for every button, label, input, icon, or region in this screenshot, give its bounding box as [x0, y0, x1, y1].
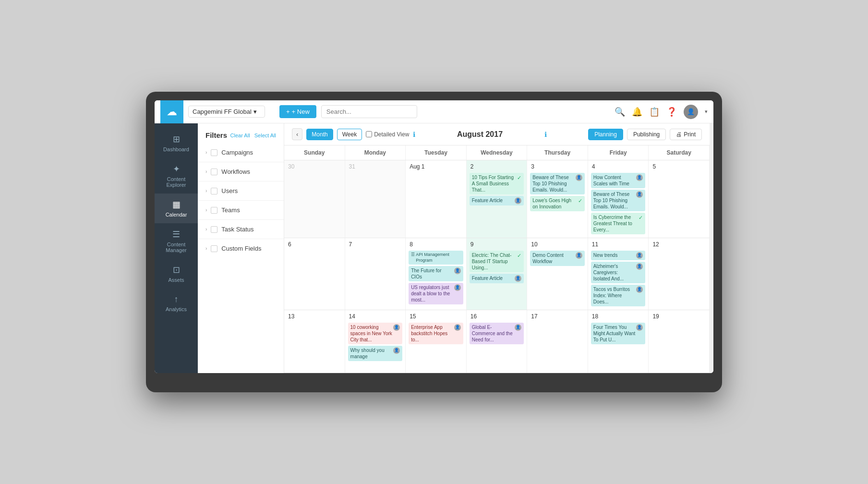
clipboard-icon[interactable]: 📋 — [649, 107, 660, 117]
cal-cell-6[interactable]: 6 — [284, 238, 345, 310]
event-tips-small-biz[interactable]: 10 Tips For Starting A Small Business Th… — [470, 173, 524, 194]
event-phishing-3[interactable]: Beware of These Top 10 Phishing Emails. … — [530, 173, 585, 194]
day-header-fri: Friday — [588, 145, 649, 160]
avatar-icon: 👤 — [636, 252, 643, 259]
cal-cell-19[interactable]: 19 — [649, 310, 710, 373]
scrollbar[interactable] — [710, 123, 713, 373]
org-selector[interactable]: Capgemini FF Global ▾ — [188, 106, 265, 118]
cal-cell-31[interactable]: 31 — [345, 160, 406, 238]
event-content-scales[interactable]: How Content Scales with Time 👤 — [591, 173, 646, 188]
cal-cell-5[interactable]: 5 — [649, 160, 710, 238]
sidebar-item-content-explorer[interactable]: ✦ Content Explorer — [155, 158, 198, 194]
calendar-icon: ▦ — [172, 199, 181, 210]
date-7: 7 — [348, 240, 403, 249]
cal-cell-16[interactable]: 16 Global E-Commerce and the Need for...… — [467, 310, 528, 373]
chevron-right-icon: › — [205, 246, 207, 251]
filter-teams[interactable]: › Teams — [198, 203, 284, 218]
event-why-manage[interactable]: Why should you manage 👤 — [348, 346, 403, 361]
event-api-mgmt[interactable]: ☰ API Management Program — [409, 251, 463, 265]
filter-task-status[interactable]: › Task Status — [198, 222, 284, 237]
print-button[interactable]: 🖨 Print — [670, 129, 702, 140]
week-view-button[interactable]: Week — [337, 129, 362, 140]
sidebar-item-dashboard[interactable]: ⊞ Dashboard — [155, 128, 198, 158]
task-status-checkbox[interactable] — [211, 226, 217, 233]
cal-cell-2[interactable]: 2 10 Tips For Starting A Small Business … — [467, 160, 528, 238]
cal-cell-12[interactable]: 12 — [649, 238, 710, 310]
event-text: Tacos vs Burritos Index: Where Does... — [593, 286, 636, 305]
detailed-view-toggle[interactable]: Detailed View — [366, 131, 409, 138]
help-icon[interactable]: ❓ — [666, 107, 677, 117]
event-coworking[interactable]: 10 coworking spaces in New York City tha… — [348, 323, 403, 344]
detailed-view-checkbox[interactable] — [366, 131, 372, 137]
users-checkbox[interactable] — [211, 188, 217, 194]
event-new-trends[interactable]: New trends 👤 — [591, 251, 646, 260]
date-10: 10 — [530, 240, 585, 249]
cal-cell-17[interactable]: 17 — [527, 310, 588, 373]
filters-header: Filters Clear All Select All — [198, 131, 284, 145]
month-view-button[interactable]: Month — [306, 129, 333, 140]
sidebar-item-analytics[interactable]: ↑ Analytics — [155, 289, 198, 318]
cal-cell-30[interactable]: 30 — [284, 160, 345, 238]
bell-icon[interactable]: 🔔 — [632, 107, 642, 117]
event-text: Global E-Commerce and the Need for... — [472, 324, 514, 343]
filters-actions[interactable]: Clear All Select All — [230, 133, 276, 138]
sidebar-item-assets[interactable]: ⊡ Assets — [155, 259, 198, 289]
event-tacos[interactable]: Tacos vs Burritos Index: Where Does... 👤 — [591, 285, 646, 306]
cal-cell-10[interactable]: 10 Demo Content Workflow 👤 — [527, 238, 588, 310]
cal-cell-7[interactable]: 7 — [345, 238, 406, 310]
cal-cell-9[interactable]: 9 Electric: The Chat-Based IT Startup Us… — [467, 238, 528, 310]
event-us-regulators[interactable]: US regulators just dealt a blow to the m… — [409, 283, 463, 304]
sidebar-item-calendar[interactable]: ▦ Calendar — [155, 194, 198, 223]
filter-campaigns[interactable]: › Campaigns — [198, 145, 284, 160]
avatar-icon: 👤 — [636, 263, 643, 270]
event-enterprise-app[interactable]: Enterprise App backstitch Hopes to... 👤 — [409, 323, 463, 344]
filter-users[interactable]: › Users — [198, 183, 284, 198]
cal-cell-14[interactable]: 14 10 coworking spaces in New York City … — [345, 310, 406, 373]
custom-fields-checkbox[interactable] — [211, 245, 217, 252]
plus-icon: + — [286, 108, 290, 115]
cal-cell-18[interactable]: 18 Four Times You Might Actually Want To… — [588, 310, 649, 373]
avatar-icon: 👤 — [576, 174, 582, 181]
event-global-ecommerce[interactable]: Global E-Commerce and the Need for... 👤 — [470, 323, 524, 344]
avatar[interactable]: 👤 — [684, 105, 698, 119]
event-feature-article-2[interactable]: Feature Article 👤 — [470, 196, 524, 206]
cal-cell-4[interactable]: 4 How Content Scales with Time 👤 Beware … — [588, 160, 649, 238]
workflows-checkbox[interactable] — [211, 169, 217, 175]
chevron-right-icon: › — [205, 227, 207, 232]
publishing-button[interactable]: Publishing — [627, 129, 666, 140]
event-text: Electric: The Chat-Based IT Startup Usin… — [472, 252, 517, 271]
prev-button[interactable]: ‹ — [292, 128, 302, 140]
week-row-1: 30 31 Aug 1 2 10 Tips For Starting A Sma… — [284, 160, 710, 238]
event-cybercrime[interactable]: Is Cybercrime the Greatest Threat to Eve… — [591, 213, 646, 234]
campaigns-checkbox[interactable] — [211, 149, 217, 156]
filter-custom-fields[interactable]: › Custom Fields — [198, 241, 284, 256]
filter-workflows[interactable]: › Workflows — [198, 164, 284, 179]
cal-cell-13[interactable]: 13 — [284, 310, 345, 373]
event-lowes[interactable]: Lowe's Goes High on Innovation ✓ — [530, 196, 585, 211]
check-icon: ✓ — [578, 197, 582, 204]
user-chevron-icon[interactable]: ▾ — [705, 109, 708, 115]
event-text: Enterprise App backstitch Hopes to... — [411, 324, 453, 343]
event-phishing-4[interactable]: Beware of These Top 10 Phishing Emails. … — [591, 190, 646, 211]
search-icon[interactable]: 🔍 — [615, 107, 625, 117]
new-button[interactable]: + + New — [279, 105, 316, 118]
search-input[interactable] — [321, 105, 417, 118]
cal-cell-aug1[interactable]: Aug 1 — [406, 160, 467, 238]
cal-cell-11[interactable]: 11 New trends 👤 Alzheimer's Caregivers: … — [588, 238, 649, 310]
event-feature-article-9[interactable]: Feature Article 👤 — [470, 274, 524, 283]
week-row-2: 6 7 8 ☰ API Management Program — [284, 238, 710, 310]
event-alzheimers[interactable]: Alzheimer's Caregivers: Isolated And... … — [591, 262, 646, 283]
sidebar-item-content-manager[interactable]: ☰ Content Manager — [155, 223, 198, 259]
event-future-cios[interactable]: The Future for CIOs 👤 — [409, 266, 463, 281]
cal-cell-15[interactable]: 15 Enterprise App backstitch Hopes to...… — [406, 310, 467, 373]
event-four-times[interactable]: Four Times You Might Actually Want To Pu… — [591, 323, 646, 344]
planning-button[interactable]: Planning — [588, 129, 623, 140]
cal-cell-3[interactable]: 3 Beware of These Top 10 Phishing Emails… — [527, 160, 588, 238]
cal-cell-8[interactable]: 8 ☰ API Management Program The Future fo… — [406, 238, 467, 310]
check-icon: ✓ — [639, 214, 643, 221]
event-electric[interactable]: Electric: The Chat-Based IT Startup Usin… — [470, 251, 524, 272]
filter-label-task-status: Task Status — [221, 226, 253, 233]
avatar-icon: 👤 — [454, 267, 461, 274]
teams-checkbox[interactable] — [211, 207, 217, 214]
event-demo-content[interactable]: Demo Content Workflow 👤 — [530, 251, 585, 266]
